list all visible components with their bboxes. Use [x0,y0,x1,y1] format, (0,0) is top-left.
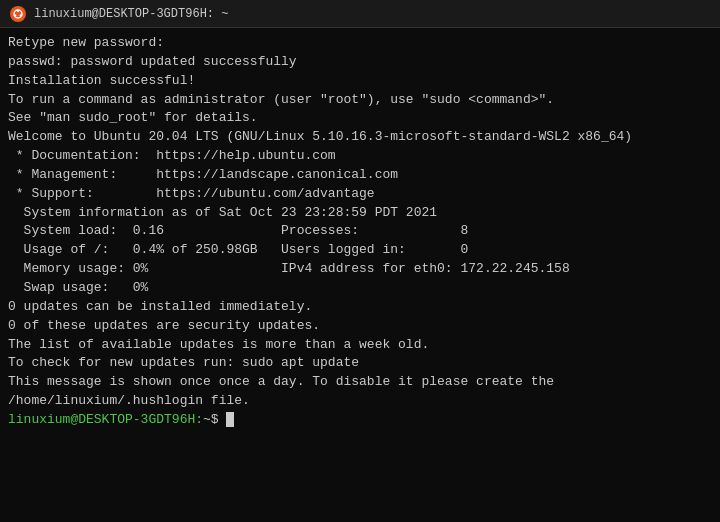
terminal-line: /home/linuxium/.hushlogin file. [8,392,712,411]
terminal-line: Usage of /: 0.4% of 250.98GB Users logge… [8,241,712,260]
terminal-line: * Support: https://ubuntu.com/advantage [8,185,712,204]
terminal-line: To run a command as administrator (user … [8,91,712,110]
svg-point-3 [14,14,16,16]
terminal-line: * Management: https://landscape.canonica… [8,166,712,185]
ubuntu-icon [10,6,26,22]
terminal-line: passwd: password updated successfully [8,53,712,72]
prompt-suffix: ~$ [203,412,226,427]
terminal-line: 0 updates can be installed immediately. [8,298,712,317]
svg-point-2 [20,14,22,16]
cursor [226,412,234,427]
terminal-line: To check for new updates run: sudo apt u… [8,354,712,373]
terminal-line: This message is shown once once a day. T… [8,373,712,392]
terminal-line: The list of available updates is more th… [8,336,712,355]
terminal-line: System information as of Sat Oct 23 23:2… [8,204,712,223]
title-text: linuxium@DESKTOP-3GDT96H: ~ [34,7,228,21]
prompt-line: linuxium@DESKTOP-3GDT96H:~$ [8,411,712,430]
terminal-line: * Documentation: https://help.ubuntu.com [8,147,712,166]
terminal-line: Swap usage: 0% [8,279,712,298]
terminal-line: Memory usage: 0% IPv4 address for eth0: … [8,260,712,279]
prompt-user: linuxium@DESKTOP-3GDT96H: [8,412,203,427]
title-bar: linuxium@DESKTOP-3GDT96H: ~ [0,0,720,28]
terminal-line: Installation successful! [8,72,712,91]
terminal-line: See "man sudo_root" for details. [8,109,712,128]
terminal-line: System load: 0.16 Processes: 8 [8,222,712,241]
svg-point-1 [17,10,19,12]
terminal-line: Welcome to Ubuntu 20.04 LTS (GNU/Linux 5… [8,128,712,147]
terminal-line: Retype new password: [8,34,712,53]
terminal[interactable]: Retype new password:passwd: password upd… [0,28,720,522]
terminal-line: 0 of these updates are security updates. [8,317,712,336]
